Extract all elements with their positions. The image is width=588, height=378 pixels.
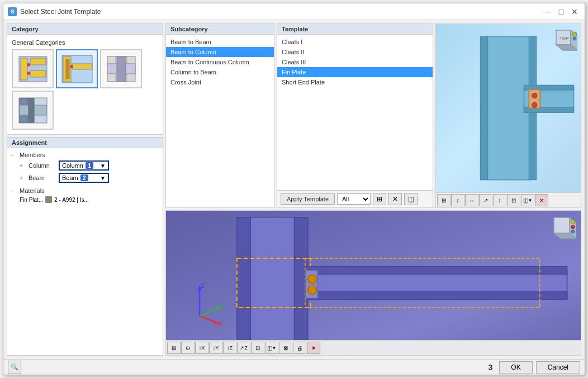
assignment-content: − Members + Column Column 1 ▼ [7,148,163,206]
svg-rect-3 [30,70,46,77]
ok-cancel-buttons: OK Cancel [499,361,580,374]
subcategory-item-beam-column[interactable]: Beam to Column [166,47,274,57]
svg-line-51 [200,316,216,323]
svg-point-58 [571,225,575,229]
materials-row[interactable]: − Materials [8,186,162,195]
column-dropdown[interactable]: Column 1 ▼ [59,160,109,171]
template-panel: Template Cleats I Cleats II Cleats III F… [277,23,433,208]
column-num-badge: 1 [86,162,93,169]
svg-rect-39 [305,267,567,275]
vp-btn-z[interactable]: ↕Z [223,342,236,354]
ok-button[interactable]: OK [499,361,532,374]
cube-navigator-top[interactable]: TOP [549,27,577,55]
template-fin-plate[interactable]: Fin Plate [277,67,433,77]
subcategory-list: Beam to Beam Beam to Column Beam to Cont… [166,35,274,89]
top-3d-viewport[interactable]: TOP [436,24,581,192]
fin-plate-label: Fin Plat... [20,197,43,203]
column-value: Column [62,162,83,169]
template-cleats-3[interactable]: Cleats III [277,57,433,67]
maximize-button[interactable]: □ [556,6,567,17]
top-3d-btn-1[interactable]: ⊞ [437,194,451,206]
template-icon-btn-2[interactable]: ✕ [388,193,402,205]
vp-btn-frame[interactable]: ⊠ [279,342,292,354]
top-3d-btn-6[interactable]: ⊡ [507,194,520,206]
members-expand-icon[interactable]: − [11,152,17,158]
beam-dropdown[interactable]: Beam 2 ▼ [59,173,109,183]
top-3d-btn-7[interactable]: ◫ ▼ [521,194,534,206]
vp-btn-print[interactable]: 🖨 [293,342,306,354]
top-3d-btn-8[interactable]: ✕ [535,194,548,206]
main-3d-viewport[interactable]: Z Y X [165,210,581,356]
svg-point-32 [572,32,577,36]
column-dropdown-arrow: ▼ [100,163,106,169]
svg-point-44 [308,286,317,295]
template-bottom-bar: Apply Template All Active ⊞ ✕ ◫ [277,190,433,207]
cancel-button[interactable]: Cancel [536,361,580,374]
svg-rect-35 [237,218,250,346]
column-label: Column [29,162,56,169]
category-icons-grid [12,49,158,130]
minimize-button[interactable]: ─ [542,6,553,17]
top-row: Subcategory Beam to Beam Beam to Column … [165,23,581,208]
svg-rect-2 [30,58,46,65]
subcategory-item-beam-cont-column[interactable]: Beam to Continuous Column [166,57,274,67]
svg-rect-9 [66,59,69,79]
layers-icon: ◫ [523,197,528,204]
vp-btn-x[interactable]: ↕X [195,342,208,354]
vp-btn-eye[interactable]: ⊙ [181,342,195,354]
template-cleats-2[interactable]: Cleats II [277,47,433,57]
template-icon-btn-1[interactable]: ⊞ [373,193,386,205]
app-icon: ⚙ [8,7,17,16]
right-area: Subcategory Beam to Beam Beam to Column … [165,23,581,356]
vp-btn-layers[interactable]: ◫▼ [265,342,278,354]
top-3d-btn-5[interactable]: ↕ [493,194,506,206]
vp-btn-orient[interactable]: ⊞ [167,342,181,354]
cube-navigator-main[interactable] [547,215,576,244]
category-icon-1[interactable] [12,49,54,88]
left-panel: Category General Categories [7,23,163,356]
template-icon-btn-3[interactable]: ◫ [404,193,418,205]
vp-btn-y[interactable]: ↕Y [209,342,222,354]
category-header: Category [7,24,163,35]
bottom-row: Z Y X [165,210,581,356]
members-label: Members [20,152,48,158]
members-row[interactable]: − Members [8,150,162,159]
category-icon-4[interactable] [12,91,54,130]
svg-text:Z: Z [201,282,205,289]
svg-point-27 [532,102,537,107]
materials-expand-icon[interactable]: − [11,188,17,194]
status-number: 3 [489,363,493,372]
subcategory-item-column-beam[interactable]: Column to Beam [166,67,274,77]
top-3d-btn-2[interactable]: ↕ [451,194,464,206]
close-button[interactable]: ✕ [569,6,580,17]
beam-dropdown-arrow: ▼ [100,175,106,181]
vp-btn-rotate-z[interactable]: ↗Z [237,342,250,354]
svg-point-10 [70,65,73,68]
cube-nav-svg: TOP [549,27,577,55]
search-button[interactable]: 🔍 [8,361,21,374]
title-controls: ─ □ ✕ [542,6,580,17]
svg-rect-8 [73,64,92,69]
materials-label: Materials [20,187,48,194]
beam-row: + Beam Beam 2 ▼ [17,172,162,184]
svg-text:X: X [218,320,222,327]
template-filter-select[interactable]: All Active [337,193,371,205]
svg-point-33 [573,37,576,40]
vp-btn-grid[interactable]: ⊡ [251,342,264,354]
beam-expand-icon[interactable]: + [20,175,26,181]
template-cleats-1[interactable]: Cleats I [277,37,433,47]
category-icon-2[interactable] [56,49,98,88]
template-short-end-plate[interactable]: Short End Plate [277,77,433,87]
top-3d-btn-4[interactable]: ↗ [479,194,492,206]
subcategory-item-beam-beam[interactable]: Beam to Beam [166,37,274,47]
apply-template-button[interactable]: Apply Template [281,193,335,205]
svg-point-5 [27,72,30,75]
svg-rect-34 [248,218,297,346]
beam-tee-svg [105,54,138,84]
column-expand-icon[interactable]: + [20,163,26,169]
subcategory-item-cross-joint[interactable]: Cross Joint [166,77,274,87]
category-icon-3[interactable] [100,49,142,88]
top-3d-btn-3[interactable]: ↔ [465,194,478,206]
main-window: ⚙ Select Steel Joint Template ─ □ ✕ Cate… [3,3,585,375]
vp-btn-close[interactable]: ✕ [307,342,320,354]
